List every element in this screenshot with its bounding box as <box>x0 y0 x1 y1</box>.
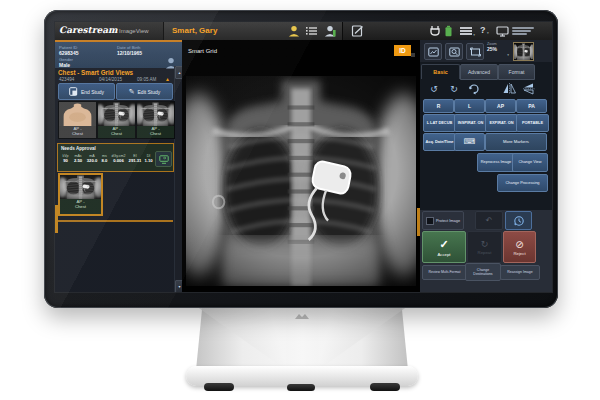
send-monitor-icon <box>159 155 169 164</box>
repeat-button[interactable]: ↻ Repeat <box>467 231 502 263</box>
xray-thumbnail-image <box>137 102 174 126</box>
xray-thumbnail-image <box>514 43 533 60</box>
tab-advanced[interactable]: Advanced <box>460 64 498 80</box>
magnify-button[interactable] <box>445 43 463 60</box>
image-viewport[interactable]: Smart Grid ID <box>182 40 420 292</box>
flip-horizontal-icon <box>503 83 516 94</box>
export-image-icon <box>428 47 439 57</box>
app-name: ImageView <box>119 28 149 34</box>
protect-image-button[interactable]: Protect Image <box>422 211 464 230</box>
help-icon[interactable]: ? <box>480 25 486 35</box>
annotation-pad-icon[interactable] <box>351 25 364 37</box>
study-title: Chest - Smart Grid Views <box>58 69 133 76</box>
thumb-label: Chest <box>98 131 135 136</box>
marker-inspiration-button[interactable]: INSPIRAT. ON <box>454 114 487 132</box>
tab-format[interactable]: Format <box>498 64 535 80</box>
reassign-image-button[interactable]: Reassign Image <box>500 265 540 280</box>
protect-checkbox[interactable] <box>426 217 434 225</box>
reject-label: Reject <box>513 251 525 256</box>
study-time: 09:05 AM <box>137 77 156 82</box>
marker-portable-button[interactable]: PORTABLE <box>516 114 549 132</box>
undo-button[interactable]: ↶ <box>475 211 503 230</box>
edit-pencil-icon: ✎ <box>129 88 135 96</box>
dob-value: 12/10/1965 <box>117 50 142 56</box>
marker-pa-button[interactable]: PA <box>516 99 547 113</box>
thumb-label: Chest <box>59 131 96 136</box>
rotate-180-button[interactable] <box>466 81 482 96</box>
stand-foot-center <box>287 384 315 391</box>
marker-llat-decub-button[interactable]: L LAT DECUB <box>423 114 456 132</box>
keyboard-icon: ⌨ <box>464 140 476 145</box>
flip-vertical-button[interactable] <box>521 81 537 96</box>
tech-value: 2.50 <box>73 158 84 163</box>
thumbnail-xray-1[interactable]: AP - Chest <box>97 101 136 139</box>
accept-button[interactable]: ✓ Accept <box>422 231 466 263</box>
keyboard-button[interactable]: ⌨ <box>454 133 485 151</box>
id-badge-notch <box>411 53 415 57</box>
more-markers-button[interactable]: More Markers <box>485 133 547 151</box>
tech-value: 320.0 <box>86 158 98 163</box>
gender-value: Male <box>59 62 70 68</box>
fit-to-window-button[interactable] <box>466 43 484 60</box>
monitor: Carestream ImageView Smart, Gary ▾ ? ▾ <box>44 10 558 308</box>
stand-foot-right <box>370 383 400 391</box>
worklist-icon[interactable] <box>306 26 318 36</box>
stand-foot-left <box>204 383 234 391</box>
export-image-button[interactable] <box>424 43 442 60</box>
history-button[interactable] <box>505 211 532 230</box>
help-dropdown-icon: ▾ <box>487 31 489 35</box>
acq-datetime-button[interactable]: Acq. Date/Time <box>423 133 456 151</box>
top-bar: Carestream ImageView Smart, Gary ▾ ? ▾ <box>55 22 552 41</box>
left-panel-handle[interactable] <box>55 205 58 233</box>
flip-vertical-icon <box>523 83 535 95</box>
power-plug-icon <box>429 25 441 37</box>
thumbnail-xray-selected[interactable]: AP - Chest <box>58 173 103 216</box>
screen: Carestream ImageView Smart, Gary ▾ ? ▾ <box>55 22 552 292</box>
change-destinations-button[interactable]: Change Destinations <box>465 263 501 281</box>
rotate-left-button[interactable]: ↺ <box>426 81 442 96</box>
patient-name: Smart, Gary <box>172 26 217 35</box>
tab-basic[interactable]: Basic <box>421 64 460 79</box>
current-image-thumb[interactable] <box>513 42 534 61</box>
tech-value: 1.10 <box>144 158 153 163</box>
id-marker-badge: ID <box>394 45 411 56</box>
menu-icon[interactable]: ▾ <box>459 26 473 36</box>
flip-horizontal-button[interactable] <box>501 81 517 96</box>
tech-value: 8.0 <box>101 158 109 163</box>
xray-thumbnail-image <box>60 175 101 199</box>
tech-value: 90 <box>61 158 70 163</box>
reprocess-image-button[interactable]: Reprocess Image <box>477 153 515 172</box>
zoom-dropdown-icon: ▾ <box>507 53 509 57</box>
repeat-icon: ↻ <box>481 239 489 249</box>
thumbnail-xray-2[interactable]: AP - Chest <box>136 101 175 139</box>
patient-status-icon[interactable] <box>324 25 336 37</box>
menu-dropdown-icon: ▾ <box>473 33 475 37</box>
tech-value: 291.31 <box>129 158 142 163</box>
fit-window-icon <box>470 47 481 57</box>
history-clock-icon <box>513 215 525 227</box>
reject-icon: ⊘ <box>515 239 523 250</box>
brand-logo: Carestream <box>59 25 118 35</box>
workstation-monitor-icon[interactable] <box>496 26 509 37</box>
end-study-button[interactable]: End Study <box>58 83 115 100</box>
current-patient-icon[interactable] <box>288 25 300 37</box>
marker-ap-button[interactable]: AP <box>485 99 516 113</box>
change-processing-button[interactable]: Change Processing <box>497 174 548 192</box>
edit-study-button[interactable]: ✎ Edit Study <box>116 83 173 100</box>
marker-r-button[interactable]: R <box>423 99 454 113</box>
thumb-label: Chest <box>60 204 101 209</box>
thumbnail-body-pictogram[interactable]: AP - Chest <box>58 101 97 139</box>
reject-button[interactable]: ⊘ Reject <box>503 231 536 263</box>
needs-approval-title: Needs Approval <box>61 146 96 151</box>
review-multi-format-button[interactable]: Review Multi-Format <box>422 265 467 280</box>
change-view-button[interactable]: Change View <box>512 153 548 172</box>
section-divider <box>57 220 173 222</box>
rotate-right-button[interactable]: ↻ <box>446 81 462 96</box>
marker-expiration-button[interactable]: EXPIRAT. ON <box>485 114 518 132</box>
marker-l-button[interactable]: L <box>454 99 485 113</box>
right-panel: Zoom 25% ▾ Basic Advanced Format ↺ ↻ R L… <box>420 40 552 292</box>
chest-xray-image[interactable] <box>186 76 416 286</box>
check-icon: ✓ <box>439 238 448 251</box>
zoom-control[interactable]: Zoom 25% ▾ <box>487 42 509 59</box>
send-to-monitor-button[interactable] <box>155 151 172 167</box>
